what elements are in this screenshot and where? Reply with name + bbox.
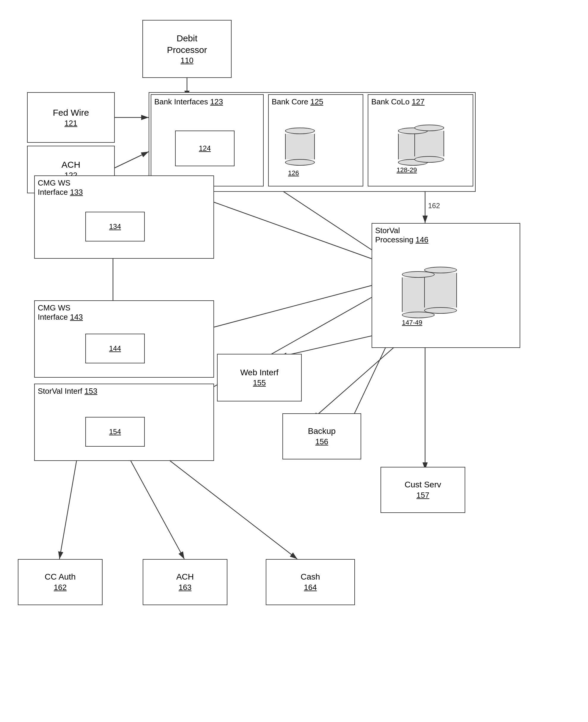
- inner-134: 134: [109, 223, 121, 231]
- storval-interf-label: StorVal Interf 153: [38, 387, 97, 396]
- cust-serv-ref: 157: [417, 490, 429, 500]
- svg-text:162: 162: [428, 202, 440, 210]
- cmg-ws-133-inner: 134: [85, 212, 145, 242]
- bank-interfaces-ref: 123: [210, 97, 223, 106]
- bank-core-box: Bank Core 125 126: [268, 94, 363, 186]
- cmg-ws-133-box: CMG WSInterface 133 134: [34, 176, 214, 259]
- cmg-ws-143-inner: 144: [85, 334, 145, 364]
- fed-wire-box: Fed Wire 121: [27, 92, 115, 143]
- cmg-ws-133-label: CMG WSInterface 133: [38, 179, 83, 197]
- bank-colo-ref: 127: [412, 97, 424, 106]
- ach-bot-label: ACH: [176, 572, 194, 582]
- cmg-ws-143-box: CMG WSInterface 143 144: [34, 300, 214, 378]
- bank-colo-label: Bank CoLo 127: [371, 97, 424, 106]
- fed-wire-ref: 121: [64, 118, 77, 128]
- cyl-top-147b: [424, 267, 457, 273]
- cmg-ws-133-ref: 133: [70, 188, 83, 197]
- cyl-bottom-126: [285, 159, 315, 166]
- cust-serv-label: Cust Serv: [404, 479, 441, 490]
- cyl-body-147b: [424, 273, 457, 308]
- storval-interf-ref: 153: [84, 387, 97, 395]
- debit-processor-ref: 110: [181, 56, 193, 66]
- inner-144: 144: [109, 344, 121, 353]
- bank-interfaces-box: Bank Interfaces 123 124: [151, 94, 264, 186]
- svg-line-4: [114, 152, 149, 168]
- ach-bot-ref: 163: [178, 582, 191, 593]
- cc-auth-ref: 162: [54, 582, 67, 593]
- bank-colo-box: Bank CoLo 127 128-29: [368, 94, 473, 186]
- bank-core-ref: 125: [310, 97, 323, 106]
- svg-line-11: [214, 202, 372, 259]
- db-126-label: 126: [288, 169, 299, 177]
- cyl-bottom-147b: [424, 307, 457, 314]
- storval-processing-label: StorValProcessing 146: [375, 226, 428, 244]
- ach-top-label: ACH: [62, 159, 80, 170]
- cyl-body-126: [285, 134, 315, 159]
- cmg-ws-143-ref: 143: [70, 312, 83, 322]
- cust-serv-box: Cust Serv 157: [380, 467, 465, 513]
- cash-label: Cash: [300, 572, 320, 582]
- storval-interf-inner: 154: [85, 417, 145, 447]
- storval-processing-box: StorValProcessing 146 147-49: [372, 223, 520, 348]
- svg-line-13: [214, 286, 372, 327]
- cyl-bottom-128b: [414, 156, 444, 163]
- storval-interf-box: StorVal Interf 153 154: [34, 384, 214, 461]
- cash-ref: 164: [304, 582, 317, 593]
- inner-124: 124: [199, 144, 211, 152]
- diagram: 161 162 Debit Processor: [0, 0, 588, 722]
- cmg-ws-143-label: CMG WSInterface 143: [38, 303, 83, 322]
- backup-ref: 156: [315, 437, 328, 447]
- debit-processor-box: Debit Processor 110: [142, 20, 232, 78]
- cc-auth-box: CC Auth 162: [18, 559, 103, 605]
- cash-box: Cash 164: [266, 559, 355, 605]
- inner-154: 154: [109, 428, 121, 436]
- web-interf-label: Web Interf: [240, 367, 278, 378]
- bank-interfaces-inner: 124: [175, 130, 234, 166]
- bank-core-label: Bank Core 125: [272, 97, 323, 106]
- cc-auth-label: CC Auth: [45, 572, 76, 582]
- db-147-label: 147-49: [402, 319, 422, 327]
- db-128-label: 128-29: [397, 166, 417, 174]
- storval-processing-ref: 146: [416, 235, 428, 244]
- ach-bot-box: ACH 163: [143, 559, 227, 605]
- debit-processor-label: Debit Processor: [167, 33, 207, 56]
- fed-wire-label: Fed Wire: [53, 107, 89, 118]
- cyl-body-128b: [414, 131, 444, 157]
- db-126: [285, 128, 315, 166]
- cyl-top-128b: [414, 125, 444, 131]
- web-interf-ref: 155: [253, 378, 266, 388]
- cyl-top-126: [285, 128, 315, 134]
- backup-label: Backup: [308, 426, 336, 436]
- backup-box: Backup 156: [282, 413, 361, 459]
- bank-interfaces-label: Bank Interfaces 123: [154, 97, 223, 106]
- web-interf-box: Web Interf 155: [217, 354, 302, 401]
